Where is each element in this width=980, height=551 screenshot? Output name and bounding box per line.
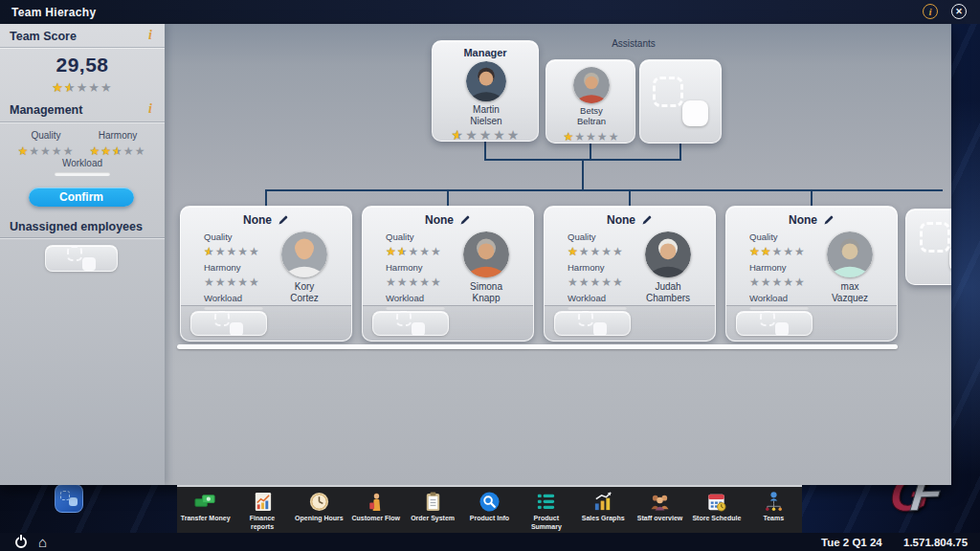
team-card[interactable]: None Quality ★★★★★★★★★★ Harmony ★★★★★★★★…: [725, 206, 898, 342]
drag-drop-icon: [60, 491, 78, 506]
unassigned-drop-slot[interactable]: [45, 245, 118, 272]
customer-flow-icon: [365, 491, 387, 513]
workload-bar: [55, 172, 110, 176]
quality-stars: ★★★★★★★★★★: [18, 145, 75, 157]
taskbar-item-teams[interactable]: Teams: [746, 491, 801, 523]
assistant-card[interactable]: Betsy Beltran ★★★★★★★★★★: [546, 59, 635, 143]
info-icon[interactable]: i: [148, 28, 152, 43]
team-score-value: 29,58: [0, 54, 165, 77]
harmony-label: Harmony: [84, 130, 151, 141]
person-first-name: Judah: [630, 281, 706, 293]
taskbar: Transfer Money Finance reports Opening H…: [177, 485, 802, 533]
avatar[interactable]: [281, 231, 327, 277]
info-icon[interactable]: i: [923, 4, 938, 19]
edit-icon[interactable]: [459, 214, 471, 226]
team-card[interactable]: None Quality ★★★★★★★★★★ Harmony ★★★★★★★★…: [362, 206, 534, 342]
drag-drop-icon: [214, 311, 243, 336]
team-title: None: [425, 213, 454, 227]
taskbar-item-opening-hours[interactable]: Opening Hours: [291, 491, 346, 523]
taskbar-item-transfer-money[interactable]: Transfer Money: [178, 491, 234, 523]
quality-stars: ★★★★★★★★★★: [749, 246, 806, 257]
team-card[interactable]: None Quality ★★★★★★★★★★ Harmony ★★★★★★★★…: [180, 206, 352, 342]
screen: GF Team Hierachy i ✕ Manager Martin Niel…: [0, 0, 980, 551]
harmony-stars: ★★★★★★★★★★: [386, 276, 442, 288]
drop-slot[interactable]: [190, 311, 267, 336]
workload-label: Workload: [386, 293, 445, 303]
taskbar-item-product-info[interactable]: Product Info: [461, 491, 517, 523]
avatar[interactable]: [463, 231, 509, 277]
quality-label: Quality: [204, 231, 263, 242]
edit-icon[interactable]: [641, 214, 653, 226]
avatar[interactable]: [466, 61, 506, 101]
harmony-stars: ★★★★★★★★★★: [90, 145, 146, 157]
drop-slot[interactable]: [736, 311, 813, 336]
connector-line: [590, 143, 591, 160]
system-bar: ⌂ Tue 2 Q1 24 1.571.804.75: [0, 533, 980, 551]
drop-slot[interactable]: [554, 311, 631, 336]
taskbar-item-finance-reports[interactable]: Finance reports: [234, 491, 290, 532]
person-last-name: Cortez: [266, 293, 343, 304]
quality-stars: ★★★★★★★★★★: [386, 246, 442, 257]
edit-icon[interactable]: [823, 214, 835, 226]
person-last-name: Beltran: [546, 116, 636, 126]
sidebar: Team Score i 29,58 ★★★★★★★★★★ Management…: [0, 24, 165, 485]
assistants-label: Assistants: [546, 38, 722, 49]
manager-role-label: Manager: [433, 47, 538, 58]
harmony-stars: ★★★★★★★★★★: [204, 276, 260, 288]
horizontal-scrollbar[interactable]: [177, 344, 898, 349]
harmony-label: Harmony: [749, 262, 809, 273]
workload-label: Workload: [749, 293, 809, 303]
person-first-name: max: [812, 281, 888, 293]
taskbar-item-customer-flow[interactable]: Customer Flow: [348, 491, 404, 523]
drop-slot[interactable]: [372, 311, 449, 336]
drag-drop-icon: [760, 311, 789, 336]
person-first-name: Betsy: [546, 105, 636, 116]
taskbar-item-store-schedule[interactable]: Store Schedule: [689, 491, 745, 523]
star-rating: ★★★★★★★★★★: [564, 131, 620, 143]
drag-drop-icon: [920, 222, 951, 272]
taskbar-item-product-summary[interactable]: Product Summary: [519, 491, 574, 532]
management-heading: Management: [10, 103, 82, 117]
finance-reports-icon: [252, 491, 274, 513]
person-first-name: Martin: [433, 104, 540, 116]
transfer-money-icon: [194, 491, 216, 513]
quality-label: Quality: [749, 231, 809, 242]
manager-card[interactable]: Manager Martin Nielsen ★★★★★★★★★★: [432, 40, 539, 142]
avatar[interactable]: [573, 67, 610, 103]
unassigned-heading: Unassigned employees: [10, 220, 143, 233]
workload-label: Workload: [568, 293, 627, 303]
team-hierarchy-panel: Manager Martin Nielsen ★★★★★★★★★★ Assist…: [0, 24, 951, 485]
store-schedule-icon: [705, 491, 727, 513]
person-first-name: Simona: [448, 281, 524, 293]
divider: [0, 237, 165, 238]
avatar[interactable]: [827, 231, 873, 277]
staff-overview-icon: [649, 491, 671, 513]
taskbar-item-staff-overview[interactable]: Staff overview: [633, 491, 688, 523]
assistant-drop-slot[interactable]: [639, 59, 722, 143]
team-drop-slot[interactable]: [905, 209, 951, 285]
connector-line: [582, 159, 584, 190]
quality-label: Quality: [568, 231, 627, 242]
avatar[interactable]: [645, 231, 691, 277]
connector-line: [265, 189, 943, 191]
workload-label: Workload: [0, 158, 165, 168]
harmony-label: Harmony: [386, 262, 445, 273]
power-icon[interactable]: [15, 537, 27, 548]
harmony-label: Harmony: [568, 262, 627, 273]
team-card[interactable]: None Quality ★★★★★★★★★★ Harmony ★★★★★★★★…: [544, 206, 716, 342]
desktop-shortcut-icon[interactable]: [55, 484, 83, 513]
sales-graphs-icon: [592, 491, 614, 513]
taskbar-item-sales-graphs[interactable]: Sales Graphs: [575, 491, 631, 523]
confirm-button[interactable]: Confirm: [29, 187, 134, 207]
harmony-stars: ★★★★★★★★★★: [749, 276, 806, 288]
drag-drop-icon: [653, 77, 708, 126]
edit-icon[interactable]: [278, 214, 289, 226]
connector-line: [629, 189, 631, 206]
home-icon[interactable]: ⌂: [38, 535, 47, 549]
info-icon[interactable]: i: [148, 101, 152, 117]
quality-stars: ★★★★★★★★★★: [204, 246, 260, 257]
star-rating: ★★★★★★★★★★: [452, 128, 522, 142]
taskbar-item-order-system[interactable]: Order System: [405, 491, 460, 523]
game-date: Tue 2 Q1 24: [821, 537, 882, 548]
close-icon[interactable]: ✕: [951, 4, 967, 19]
